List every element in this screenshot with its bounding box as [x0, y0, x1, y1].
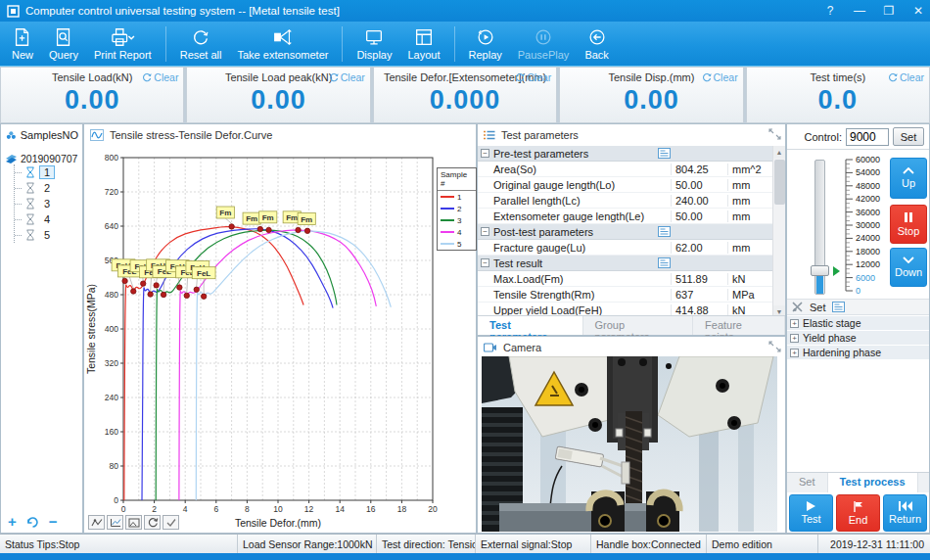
svg-text:480: 480: [105, 290, 118, 300]
parameter-group-header[interactable]: −Post-test parameters: [478, 224, 772, 240]
legend-swatch: [441, 196, 454, 198]
check-tool-icon[interactable]: [163, 515, 179, 530]
new-button[interactable]: New: [4, 23, 41, 66]
form-icon[interactable]: [658, 148, 671, 159]
parameter-group-name: Post-test parameters: [493, 226, 654, 238]
clear-button[interactable]: Clear: [515, 71, 551, 83]
tab-group-parameters[interactable]: Group parameters: [583, 316, 694, 335]
svg-text:400: 400: [105, 324, 118, 334]
svg-text:18: 18: [397, 504, 407, 514]
expand-corner-icon[interactable]: [768, 128, 781, 140]
tree-item-sample[interactable]: 4: [15, 211, 82, 227]
clear-button[interactable]: Clear: [888, 71, 924, 83]
parameter-row[interactable]: Parallel length(Lc)240.00mm: [478, 193, 772, 209]
svg-text:8: 8: [245, 504, 250, 514]
parameters-table: −Pre-test parametersArea(So)804.25mm^2Or…: [478, 146, 772, 334]
add-sample-icon[interactable]: +: [8, 513, 17, 530]
display-button[interactable]: Display: [349, 23, 399, 66]
marker-tool-icon[interactable]: [88, 515, 105, 530]
clear-button[interactable]: Clear: [142, 71, 178, 83]
return-button[interactable]: Return: [883, 494, 927, 532]
remove-sample-icon[interactable]: −: [49, 513, 58, 530]
scroll-thumb[interactable]: [774, 160, 785, 205]
stop-button[interactable]: Stop: [890, 205, 927, 244]
test-parameters-title: Test parameters: [501, 129, 579, 141]
parameter-row[interactable]: Extensometer gauge length(Le)50.00mm: [478, 209, 772, 224]
title-bar: Computer control universal testing syste…: [0, 0, 930, 22]
query-button[interactable]: Query: [41, 23, 86, 66]
parameter-row[interactable]: Original gauge length(Lo)50.00mm: [478, 177, 772, 193]
stage-item[interactable]: +Hardening phase: [787, 346, 929, 360]
down-button[interactable]: Down: [890, 248, 927, 287]
back-button[interactable]: Back: [577, 23, 616, 66]
clear-button[interactable]: Clear: [702, 71, 738, 83]
pauseplay-button[interactable]: PausePlay: [510, 23, 578, 66]
help-icon[interactable]: ?: [822, 4, 838, 18]
tab-feature-points[interactable]: Feature points: [693, 316, 785, 335]
expand-icon[interactable]: +: [790, 334, 799, 343]
window-title: Computer control universal testing syste…: [25, 5, 340, 17]
status-segment: Load Sensor Range:1000kN: [238, 535, 377, 553]
end-button[interactable]: End: [836, 494, 880, 532]
readout-header: Tensile Disp.(mm)Clear: [560, 71, 742, 83]
scroll-up-icon[interactable]: ▲: [773, 146, 785, 159]
tree-root-sample-group[interactable]: 2019090707: [1, 153, 82, 164]
svg-text:20: 20: [428, 504, 438, 514]
parameter-name: Parallel length(Lc): [478, 195, 671, 207]
control-value-input[interactable]: [846, 128, 889, 146]
back-icon: [586, 26, 608, 48]
replay-button[interactable]: Replay: [461, 23, 510, 66]
parameter-group-header[interactable]: −Test result: [478, 256, 772, 271]
tab-test-process[interactable]: Test process: [828, 473, 918, 492]
clear-button[interactable]: Clear: [329, 71, 365, 83]
svg-text:Tensile stress(MPa): Tensile stress(MPa): [85, 284, 97, 374]
set-row[interactable]: Set: [787, 299, 929, 315]
sample-group-icon: [5, 154, 18, 164]
collapse-icon[interactable]: −: [481, 258, 489, 267]
tree-item-sample[interactable]: 1: [15, 164, 82, 180]
close-icon[interactable]: ✕: [910, 4, 926, 18]
curve-tool-icon[interactable]: [107, 515, 123, 530]
parameter-row[interactable]: Area(So)804.25mm^2: [478, 162, 772, 177]
restore-icon[interactable]: ❐: [881, 4, 897, 18]
collapse-icon[interactable]: −: [481, 149, 489, 158]
stage-item[interactable]: +Elastic stage: [787, 316, 929, 331]
play-icon: [807, 501, 815, 511]
tree-item-sample[interactable]: 3: [15, 196, 82, 211]
take-extensometer-button[interactable]: Take extensometer: [229, 23, 336, 66]
minimize-icon[interactable]: —: [852, 4, 867, 18]
parameter-row[interactable]: Max.Load(Fm)511.89kN: [478, 271, 772, 287]
form-icon[interactable]: [658, 226, 671, 237]
chevron-down-icon: [903, 257, 914, 263]
readout-panel: Tensile Disp.(mm)Clear0.00: [559, 67, 743, 123]
parameter-group-header[interactable]: −Pre-test parameters: [478, 146, 772, 162]
parameter-row[interactable]: Tensile Strength(Rm)637MPa: [478, 287, 772, 303]
expand-icon[interactable]: +: [790, 319, 799, 328]
tree-item-sample[interactable]: 5: [15, 227, 82, 243]
control-set-button[interactable]: Set: [893, 127, 924, 146]
redo-icon[interactable]: [26, 516, 39, 528]
svg-text:80: 80: [110, 461, 119, 471]
up-button[interactable]: Up: [890, 158, 927, 199]
tab-test-parameters[interactable]: Test parameters: [478, 316, 583, 335]
parameters-scrollbar[interactable]: ▲ ▼: [772, 146, 785, 318]
expand-corner-icon[interactable]: [768, 341, 781, 352]
tree-item-sample[interactable]: 2: [15, 180, 82, 196]
reset-all-button[interactable]: Reset all: [172, 23, 230, 66]
parameter-unit: mm: [727, 195, 772, 207]
stage-item[interactable]: +Yield phase: [787, 331, 929, 346]
collapse-icon[interactable]: −: [481, 227, 489, 236]
parameter-row[interactable]: Fracture gauge(Lu)62.00mm: [478, 240, 772, 256]
tab-set[interactable]: Set: [787, 473, 828, 492]
form-icon[interactable]: [658, 257, 671, 268]
layout-button[interactable]: Layout: [400, 23, 448, 66]
refresh-tool-icon[interactable]: [144, 515, 161, 530]
speed-slider-thumb[interactable]: [811, 265, 829, 276]
print-report-button[interactable]: Print Report: [86, 23, 160, 66]
status-segment: Test direction: Tension: [377, 535, 476, 553]
svg-text:30000: 30000: [856, 220, 880, 230]
parameter-unit: mm: [727, 242, 772, 254]
expand-icon[interactable]: +: [790, 349, 799, 357]
image-tool-icon[interactable]: [125, 515, 142, 530]
test-button[interactable]: Test: [789, 494, 833, 532]
